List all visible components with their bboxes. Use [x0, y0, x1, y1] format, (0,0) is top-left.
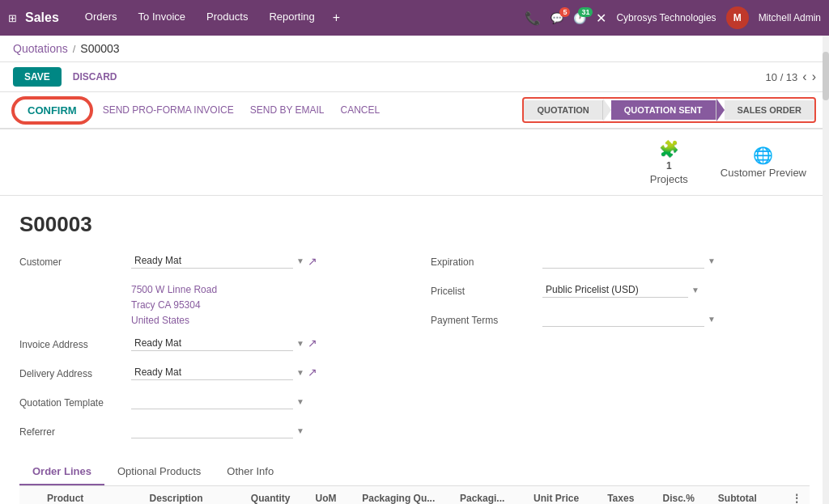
referrer-label: Referrer — [19, 423, 125, 438]
col-subtotal-header[interactable]: Subtotal — [712, 486, 785, 504]
user-name: Mitchell Admin — [759, 12, 821, 23]
quotation-template-input[interactable] — [131, 394, 293, 409]
scrollbar-thumb[interactable] — [823, 52, 829, 100]
action-bar: SAVE DISCARD 10 / 13 ‹ › — [0, 62, 829, 92]
clock-badge-wrap[interactable]: 🕐 31 — [573, 12, 586, 24]
col-desc-header[interactable]: Description — [143, 486, 244, 504]
prev-button[interactable]: ‹ — [802, 70, 806, 84]
expiration-row: Expiration ▼ — [431, 253, 810, 276]
close-icon[interactable]: ✕ — [596, 11, 606, 26]
main-content: S00003 Customer ▼ ↗ 7500 W Linne Road Tr… — [0, 196, 829, 504]
navbar-right: 📞 💬 5 🕐 31 ✕ Cybrosys Technologies M Mit… — [525, 6, 821, 29]
tabs: Order Lines Optional Products Other Info — [19, 459, 810, 486]
next-button[interactable]: › — [812, 70, 816, 84]
invoice-address-label: Invoice Address — [19, 336, 125, 350]
pricelist-row: Pricelist ▼ — [431, 282, 810, 305]
delivery-address-row: Delivery Address ▼ ↗ — [19, 365, 398, 388]
status-arrow-2 — [716, 99, 725, 121]
chat-badge-wrap[interactable]: 💬 5 — [551, 12, 563, 24]
invoice-dropdown-arrow: ▼ — [296, 339, 304, 348]
delivery-ext-link[interactable]: ↗ — [308, 366, 317, 379]
ref-dropdown-arrow: ▼ — [296, 426, 304, 435]
discard-button[interactable]: DISCARD — [68, 67, 122, 87]
projects-icon: 🧩 — [659, 139, 679, 159]
delivery-address-label: Delivery Address — [19, 365, 125, 379]
navbar-menu: Orders To Invoice Products Reporting + — [75, 7, 522, 28]
col-price-header[interactable]: Unit Price — [527, 486, 601, 504]
invoice-ext-link[interactable]: ↗ — [308, 337, 317, 349]
send-email-button[interactable]: SEND BY EMAIL — [245, 101, 329, 119]
referrer-value: ▼ — [131, 423, 398, 438]
brand-label: Sales — [25, 11, 59, 25]
customer-input[interactable] — [131, 253, 293, 269]
customer-row: Customer ▼ ↗ — [19, 253, 398, 276]
col-uom-header[interactable]: UoM — [309, 486, 356, 504]
pricelist-input[interactable] — [542, 282, 688, 298]
invoice-address-input[interactable] — [131, 336, 293, 351]
phone-icon[interactable]: 📞 — [525, 11, 541, 26]
send-proforma-button[interactable]: SEND PRO-FORMA INVOICE — [98, 101, 239, 119]
breadcrumb-sep: / — [73, 43, 76, 55]
breadcrumb: Quotations / S00003 — [0, 36, 829, 62]
status-sales-order[interactable]: SALES ORDER — [725, 100, 814, 120]
cancel-button[interactable]: CANCEL — [336, 101, 385, 119]
col-qty-header[interactable]: Quantity — [244, 486, 309, 504]
save-button[interactable]: SAVE — [13, 67, 62, 87]
nav-reporting[interactable]: Reporting — [259, 7, 324, 28]
quotation-template-label: Quotation Template — [19, 394, 125, 409]
customer-ext-link[interactable]: ↗ — [308, 255, 317, 268]
nav-orders[interactable]: Orders — [75, 7, 127, 28]
expiration-input[interactable] — [542, 253, 704, 269]
breadcrumb-parent[interactable]: Quotations — [13, 42, 68, 55]
smart-buttons: 🧩 1 Projects 🌐 Customer Preview — [0, 129, 829, 196]
address-spacer — [19, 282, 125, 286]
quotation-template-value: ▼ — [131, 394, 398, 409]
pagination: 10 / 13 ‹ › — [766, 70, 816, 84]
company-name: Cybrosys Technologies — [616, 12, 716, 23]
pricelist-value: ▼ — [542, 282, 810, 298]
navbar: ⊞ Sales Orders To Invoice Products Repor… — [0, 0, 829, 36]
confirm-button[interactable]: CONFIRM — [13, 98, 91, 123]
pagination-text: 10 / 13 — [766, 71, 798, 83]
nav-to-invoice[interactable]: To Invoice — [129, 7, 196, 28]
form-section: Customer ▼ ↗ 7500 W Linne Road Tracy CA … — [19, 253, 810, 446]
status-quotation-sent[interactable]: QUOTATION SENT — [611, 100, 716, 120]
payment-terms-input[interactable] — [542, 311, 704, 327]
col-taxes-header[interactable]: Taxes — [601, 486, 656, 504]
customer-label: Customer — [19, 253, 125, 268]
scrollbar[interactable] — [823, 36, 829, 504]
delivery-address-input[interactable] — [131, 365, 293, 380]
nav-products[interactable]: Products — [197, 7, 257, 28]
grid-icon[interactable]: ⊞ — [8, 12, 17, 24]
record-title: S00003 — [19, 212, 810, 237]
delivery-address-value: ▼ ↗ — [131, 365, 398, 380]
invoice-address-value: ▼ ↗ — [131, 336, 398, 351]
status-quotation[interactable]: QUOTATION — [524, 100, 602, 120]
col-product-header[interactable]: Product — [40, 486, 143, 504]
expiration-label: Expiration — [431, 253, 536, 268]
workflow-status: QUOTATION QUOTATION SENT SALES ORDER — [522, 97, 816, 123]
address-row: 7500 W Linne Road Tracy CA 95304 United … — [19, 282, 398, 329]
col-disc-header[interactable]: Disc.% — [657, 486, 712, 504]
referrer-input[interactable] — [131, 423, 293, 438]
tab-other-info[interactable]: Other Info — [214, 459, 287, 485]
preview-smart-button[interactable]: 🌐 Customer Preview — [711, 142, 816, 182]
preview-label: Customer Preview — [721, 167, 806, 179]
col-pkg-header[interactable]: Packagi... — [453, 486, 527, 504]
avatar[interactable]: M — [726, 6, 749, 29]
nav-plus[interactable]: + — [326, 7, 346, 28]
pricelist-label: Pricelist — [431, 282, 536, 297]
customer-value: ▼ ↗ — [131, 253, 398, 269]
delivery-dropdown-arrow: ▼ — [296, 368, 304, 377]
payment-terms-value: ▼ — [542, 311, 810, 327]
col-pkg-qty-header[interactable]: Packaging Qu... — [355, 486, 453, 504]
payment-terms-row: Payment Terms ▼ — [431, 311, 810, 334]
status-arrow-1 — [603, 99, 611, 121]
chat-count: 5 — [559, 7, 570, 17]
projects-smart-button[interactable]: 🧩 1 Projects — [640, 136, 698, 188]
form-left: Customer ▼ ↗ 7500 W Linne Road Tracy CA … — [19, 253, 398, 446]
pl-dropdown-arrow: ▼ — [691, 286, 699, 294]
invoice-address-row: Invoice Address ▼ ↗ — [19, 336, 398, 358]
tab-order-lines[interactable]: Order Lines — [19, 459, 104, 485]
tab-optional-products[interactable]: Optional Products — [104, 459, 214, 485]
